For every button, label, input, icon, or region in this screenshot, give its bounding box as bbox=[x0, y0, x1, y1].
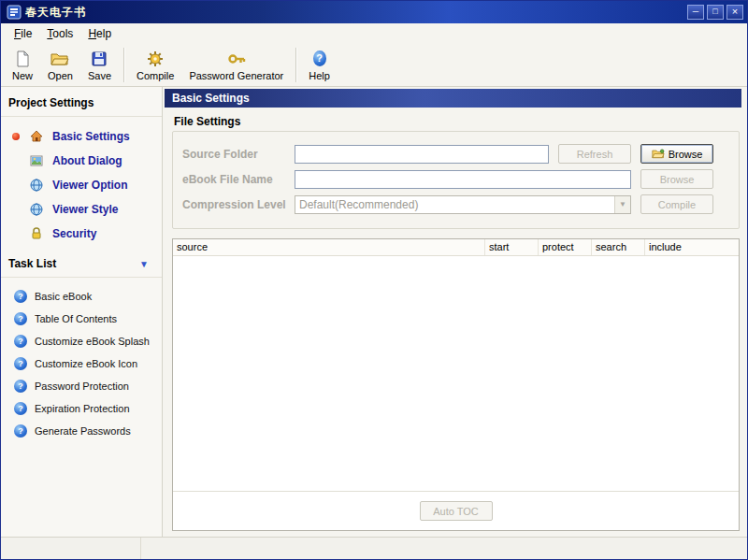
sidebar-item-security[interactable]: Security bbox=[1, 222, 162, 246]
globe-icon bbox=[29, 178, 45, 193]
task-list-header[interactable]: Task List ▼ bbox=[1, 250, 162, 278]
close-button[interactable]: × bbox=[726, 5, 743, 20]
ebook-file-name-row: eBook File Name Browse bbox=[182, 169, 729, 189]
column-header-source[interactable]: source bbox=[173, 239, 485, 255]
task-help-icon: ? bbox=[14, 312, 27, 325]
column-header-protect[interactable]: protect bbox=[539, 239, 592, 255]
browse-ebook-button[interactable]: Browse bbox=[640, 169, 713, 189]
save-disk-icon bbox=[92, 50, 107, 68]
task-item-label: Basic eBook bbox=[35, 291, 92, 302]
task-help-icon: ? bbox=[14, 424, 27, 438]
sidebar-item-about-dialog[interactable]: About Dialog bbox=[1, 149, 162, 173]
file-settings-group-title: File Settings bbox=[174, 115, 741, 128]
task-item-basic-ebook[interactable]: ? Basic eBook bbox=[1, 285, 162, 308]
save-button[interactable]: Save bbox=[80, 44, 119, 86]
project-settings-list: Basic Settings About Dialog Viewer Optio… bbox=[1, 117, 162, 250]
menubar: File Tools Help bbox=[1, 23, 747, 44]
source-files-table: source start protect search include Auto… bbox=[172, 238, 740, 531]
task-help-icon: ? bbox=[14, 357, 27, 370]
refresh-button[interactable]: Refresh bbox=[558, 144, 631, 164]
task-help-icon: ? bbox=[14, 402, 27, 415]
compression-level-select[interactable]: Default(Recommended) ▼ bbox=[295, 195, 631, 214]
file-settings-group: Source Folder Refresh Browse eBook File … bbox=[172, 131, 740, 229]
chevron-down-icon: ▼ bbox=[614, 196, 630, 213]
new-document-icon bbox=[16, 50, 30, 68]
browse-source-button-label: Browse bbox=[669, 149, 703, 160]
picture-icon bbox=[29, 153, 45, 168]
selected-indicator-icon bbox=[12, 230, 20, 237]
selected-indicator-icon bbox=[12, 157, 20, 165]
titlebar: 春天电子书 ─ □ × bbox=[1, 1, 747, 23]
task-item-label: Expiration Protection bbox=[35, 403, 130, 414]
task-item-customize-ebook-icon[interactable]: ? Customize eBook Icon bbox=[1, 352, 162, 375]
compression-level-label: Compression Level bbox=[182, 198, 295, 211]
ebook-file-name-input[interactable] bbox=[295, 170, 631, 189]
chevron-down-icon: ▼ bbox=[139, 259, 154, 269]
password-generator-button[interactable]: Password Generator bbox=[181, 44, 291, 86]
source-folder-input[interactable] bbox=[295, 145, 549, 164]
help-button[interactable]: ? Help bbox=[301, 44, 338, 86]
sidebar-item-viewer-style[interactable]: Viewer Style bbox=[1, 197, 162, 222]
sidebar-item-viewer-option[interactable]: Viewer Option bbox=[1, 173, 162, 197]
sidebar-item-label: Viewer Option bbox=[52, 179, 127, 192]
source-folder-row: Source Folder Refresh Browse bbox=[182, 144, 729, 164]
maximize-button[interactable]: □ bbox=[707, 5, 724, 20]
selected-indicator-icon bbox=[12, 133, 20, 140]
sidebar-item-label: Basic Settings bbox=[52, 130, 130, 143]
task-item-generate-passwords[interactable]: ? Generate Passwords bbox=[1, 420, 162, 442]
column-header-include[interactable]: include bbox=[645, 239, 739, 255]
content-area: Project Settings Basic Settings About Di… bbox=[1, 87, 747, 537]
compile-action-button[interactable]: Compile bbox=[640, 194, 713, 214]
app-icon bbox=[7, 5, 22, 20]
auto-toc-button[interactable]: Auto TOC bbox=[420, 501, 493, 521]
menu-help[interactable]: Help bbox=[80, 24, 119, 43]
help-button-label: Help bbox=[309, 70, 330, 81]
open-folder-icon bbox=[50, 50, 69, 68]
browse-source-button[interactable]: Browse bbox=[640, 144, 713, 164]
project-settings-header: Project Settings bbox=[1, 89, 162, 117]
sidebar: Project Settings Basic Settings About Di… bbox=[1, 87, 163, 537]
column-header-search[interactable]: search bbox=[592, 239, 645, 255]
toolbar-separator bbox=[123, 48, 124, 82]
compile-button-label: Compile bbox=[137, 70, 174, 81]
menu-file[interactable]: File bbox=[7, 24, 39, 43]
panel-title: Basic Settings bbox=[165, 89, 741, 108]
minimize-button[interactable]: ─ bbox=[687, 5, 704, 20]
folder-icon bbox=[652, 149, 665, 159]
task-item-customize-ebook-splash[interactable]: ? Customize eBook Splash bbox=[1, 330, 162, 352]
table-body-empty[interactable] bbox=[173, 256, 739, 491]
sidebar-item-label: Security bbox=[52, 227, 96, 240]
app-window: 春天电子书 ─ □ × File Tools Help New Open Sav… bbox=[0, 0, 748, 560]
sidebar-item-label: Viewer Style bbox=[52, 203, 119, 216]
task-list: ? Basic eBook ? Table Of Contents ? Cust… bbox=[1, 278, 162, 450]
task-item-password-protection[interactable]: ? Password Protection bbox=[1, 375, 162, 397]
column-header-start[interactable]: start bbox=[485, 239, 539, 255]
task-item-table-of-contents[interactable]: ? Table Of Contents bbox=[1, 308, 162, 330]
save-button-label: Save bbox=[88, 70, 111, 81]
key-icon bbox=[227, 50, 246, 68]
task-item-label: Customize eBook Splash bbox=[35, 336, 150, 347]
open-button[interactable]: Open bbox=[40, 44, 80, 86]
task-list-header-label: Task List bbox=[8, 257, 56, 270]
task-item-label: Generate Passwords bbox=[35, 425, 131, 437]
home-icon bbox=[29, 129, 45, 144]
toolbar: New Open Save Compile Password Generato bbox=[1, 44, 747, 87]
new-button[interactable]: New bbox=[5, 44, 40, 86]
ebook-file-name-label: eBook File Name bbox=[182, 173, 295, 186]
menu-tools[interactable]: Tools bbox=[39, 24, 80, 43]
help-icon: ? bbox=[313, 50, 326, 68]
compile-gear-icon bbox=[147, 50, 164, 68]
globe-icon bbox=[29, 202, 45, 217]
task-item-label: Password Protection bbox=[35, 381, 129, 392]
table-header-row: source start protect search include bbox=[173, 239, 739, 256]
task-item-expiration-protection[interactable]: ? Expiration Protection bbox=[1, 397, 162, 420]
new-button-label: New bbox=[12, 70, 33, 81]
source-folder-label: Source Folder bbox=[182, 148, 295, 161]
sidebar-item-basic-settings[interactable]: Basic Settings bbox=[1, 124, 162, 149]
status-bar bbox=[1, 537, 747, 559]
task-item-label: Customize eBook Icon bbox=[35, 358, 137, 369]
task-help-icon: ? bbox=[14, 380, 27, 393]
compile-button[interactable]: Compile bbox=[129, 44, 181, 86]
main-panel: Basic Settings File Settings Source Fold… bbox=[163, 87, 747, 537]
table-footer: Auto TOC bbox=[173, 491, 739, 530]
